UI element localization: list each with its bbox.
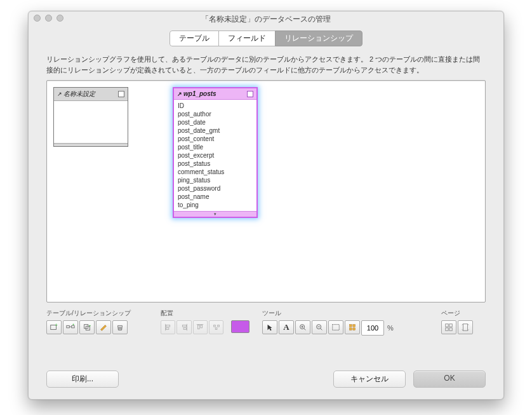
field-row[interactable]: post_password (178, 184, 253, 193)
table-box-wp1-posts[interactable]: ↗wp1_posts IDpost_authorpost_datepost_da… (173, 87, 258, 218)
close-icon[interactable] (34, 15, 41, 22)
field-row[interactable]: post_date (178, 118, 253, 126)
svg-rect-19 (198, 325, 200, 329)
zoom-out-tool[interactable] (312, 320, 327, 334)
page-breaks-button[interactable] (441, 320, 456, 334)
tab-fields[interactable]: フィールド (218, 31, 276, 46)
dialog-buttons: 印刷... キャンセル OK (46, 371, 486, 388)
add-relationship-button[interactable]: + (63, 320, 78, 334)
field-row[interactable]: ID (178, 102, 253, 110)
svg-rect-36 (446, 324, 448, 327)
table-box-title: 名称未設定 (63, 90, 95, 97)
table-box-body (54, 101, 128, 143)
text-tool[interactable]: A (279, 320, 294, 334)
dialog-window: 「名称未設定」のデータベースの管理 テーブル フィールド リレーションシップ リ… (28, 11, 504, 400)
svg-rect-21 (213, 325, 215, 327)
zoom-in-tool[interactable] (295, 320, 310, 334)
collapse-icon[interactable] (118, 91, 124, 97)
group-label: テーブル/リレーションシップ (46, 309, 148, 318)
tab-relationships[interactable]: リレーションシップ (275, 31, 362, 46)
svg-text:+: + (89, 323, 91, 327)
color-swatch[interactable] (231, 320, 249, 333)
svg-rect-13 (166, 325, 170, 327)
ok-button[interactable]: OK (413, 371, 486, 388)
description-text: リレーションシップグラフを使用して、あるテーブルのデータに別のテーブルからアクセ… (46, 54, 486, 75)
align-top-button[interactable] (193, 320, 208, 334)
field-row[interactable]: post_author (178, 110, 253, 118)
field-row[interactable]: post_date_gmt (178, 126, 253, 135)
svg-rect-31 (333, 325, 340, 330)
align-right-button[interactable] (176, 320, 191, 334)
svg-line-25 (304, 329, 306, 330)
percent-label: % (387, 324, 394, 332)
minimize-icon[interactable] (45, 15, 52, 22)
group-label: 配置 (161, 309, 249, 318)
svg-rect-22 (217, 325, 219, 327)
tab-bar: テーブル フィールド リレーションシップ (29, 31, 503, 46)
align-left-button[interactable] (161, 320, 175, 334)
svg-rect-20 (201, 325, 203, 328)
svg-rect-35 (353, 328, 356, 330)
window-controls (34, 15, 63, 22)
svg-text:+: + (72, 323, 75, 326)
select-all-tool[interactable] (345, 320, 360, 334)
svg-rect-14 (166, 328, 168, 330)
svg-rect-2 (67, 325, 69, 328)
table-box-footer[interactable]: ▾ (174, 211, 256, 217)
page-setup-button[interactable] (458, 320, 473, 334)
svg-line-29 (321, 329, 323, 330)
titlebar: 「名称未設定」のデータベースの管理 (29, 11, 503, 27)
svg-rect-37 (449, 324, 452, 327)
zoom-input[interactable] (361, 320, 384, 336)
field-row[interactable]: ping_status (178, 176, 253, 184)
svg-rect-33 (353, 325, 356, 327)
field-row[interactable]: post_status (178, 160, 253, 168)
field-row[interactable]: post_name (178, 193, 253, 201)
pointer-tool[interactable] (262, 320, 277, 334)
field-row[interactable]: post_content (178, 135, 253, 143)
svg-rect-16 (182, 325, 186, 327)
collapse-icon[interactable] (247, 91, 253, 97)
svg-text:+: + (55, 323, 58, 327)
svg-rect-39 (449, 328, 452, 330)
zoom-icon[interactable] (57, 15, 63, 22)
edit-button[interactable] (96, 320, 111, 334)
table-box-fields: IDpost_authorpost_datepost_date_gmtpost_… (174, 100, 256, 211)
svg-rect-40 (463, 324, 468, 331)
svg-rect-17 (183, 328, 186, 330)
table-box-footer[interactable] (54, 143, 128, 146)
window-title: 「名称未設定」のデータベースの管理 (201, 15, 331, 24)
add-table-button[interactable]: + (46, 320, 62, 334)
group-label: ページ (441, 309, 473, 318)
cancel-button[interactable]: キャンセル (333, 371, 406, 388)
tab-tables[interactable]: テーブル (170, 31, 219, 46)
distribute-button[interactable] (209, 320, 223, 334)
delete-button[interactable] (112, 320, 128, 334)
bottom-toolbar: テーブル/リレーションシップ + + + 配置 (46, 309, 486, 336)
duplicate-button[interactable]: + (79, 320, 95, 334)
relationship-canvas[interactable]: ↗名称未設定 ↗wp1_posts IDpost_authorpost_date… (46, 80, 486, 303)
svg-rect-32 (350, 325, 352, 327)
group-label: ツール (262, 309, 396, 318)
field-row[interactable]: post_excerpt (178, 151, 253, 160)
svg-rect-23 (215, 328, 217, 330)
print-button[interactable]: 印刷... (46, 371, 119, 388)
svg-rect-38 (446, 328, 448, 330)
table-box-title: wp1_posts (183, 90, 216, 97)
field-row[interactable]: post_title (178, 143, 253, 151)
fit-tool[interactable] (328, 320, 343, 334)
field-row[interactable]: comment_status (178, 168, 253, 176)
svg-rect-34 (350, 328, 352, 330)
field-row[interactable]: to_ping (178, 201, 253, 209)
table-box-unnamed[interactable]: ↗名称未設定 (53, 87, 128, 147)
